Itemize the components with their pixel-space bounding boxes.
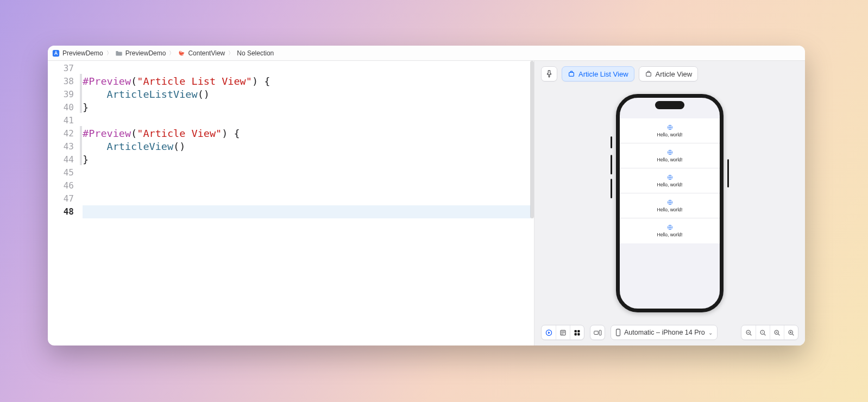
crumb-folder[interactable]: PreviewDemo bbox=[115, 49, 166, 57]
device-selector-label: Automatic – iPhone 14 Pro bbox=[624, 329, 705, 336]
crumb-selection[interactable]: No Selection bbox=[237, 49, 274, 57]
crumb-project-label: PreviewDemo bbox=[62, 49, 103, 57]
list-item-label: Hello, world! bbox=[657, 207, 683, 212]
variants-button[interactable] bbox=[570, 325, 584, 340]
globe-icon bbox=[667, 124, 673, 130]
list-item-label: Hello, world! bbox=[657, 232, 683, 237]
swift-file-icon bbox=[178, 49, 185, 57]
preview-canvas[interactable]: Hello, world!Hello, world!Hello, world!H… bbox=[534, 61, 805, 346]
preview-content: Hello, world!Hello, world!Hello, world!H… bbox=[620, 98, 720, 309]
globe-icon bbox=[667, 149, 673, 155]
crumb-selection-label: No Selection bbox=[237, 49, 274, 57]
pin-preview-button[interactable] bbox=[541, 66, 557, 81]
crumb-file[interactable]: ContentView bbox=[178, 49, 225, 57]
zoom-in-button[interactable] bbox=[784, 325, 798, 340]
list-item-label: Hello, world! bbox=[657, 132, 683, 137]
preview-tab[interactable]: Article List View bbox=[562, 66, 634, 81]
breadcrumb-separator: 〉 bbox=[228, 49, 234, 57]
svg-rect-2 bbox=[646, 72, 651, 76]
list-item[interactable]: Hello, world! bbox=[620, 168, 720, 193]
breadcrumb: PreviewDemo 〉 PreviewDemo 〉 ContentView … bbox=[48, 46, 805, 61]
crumb-folder-label: PreviewDemo bbox=[125, 49, 166, 57]
preview-toolbar: Automatic – iPhone 14 Pro ⌄ 1 bbox=[534, 325, 805, 340]
zoom-actual-button[interactable]: 1 bbox=[756, 325, 770, 340]
zoom-100-icon: 1 bbox=[759, 329, 766, 336]
folder-icon bbox=[115, 49, 123, 57]
svg-rect-16 bbox=[617, 329, 620, 336]
preview-tab-icon bbox=[645, 70, 652, 78]
selectable-preview-button[interactable] bbox=[556, 325, 570, 340]
list-item-label: Hello, world! bbox=[657, 182, 683, 187]
pin-icon bbox=[545, 70, 553, 78]
device-settings-icon bbox=[594, 329, 602, 336]
globe-icon bbox=[667, 174, 673, 180]
grid-icon bbox=[574, 329, 581, 336]
svg-rect-10 bbox=[575, 330, 577, 332]
svg-rect-11 bbox=[577, 330, 580, 332]
globe-icon bbox=[667, 224, 673, 230]
zoom-fit-icon bbox=[773, 329, 781, 336]
breadcrumb-separator: 〉 bbox=[169, 49, 174, 57]
list-item[interactable]: Hello, world! bbox=[620, 218, 720, 243]
zoom-fit-button[interactable] bbox=[770, 325, 784, 340]
crumb-file-label: ContentView bbox=[188, 49, 225, 57]
line-number-gutter: 373839404142434445464748 bbox=[48, 61, 79, 346]
preview-mode-group bbox=[541, 325, 584, 340]
svg-rect-15 bbox=[599, 330, 601, 335]
zoom-out-icon bbox=[745, 329, 752, 336]
list-item-label: Hello, world! bbox=[657, 157, 683, 162]
crumb-project[interactable]: PreviewDemo bbox=[52, 49, 103, 57]
svg-text:1: 1 bbox=[762, 331, 764, 334]
svg-rect-12 bbox=[575, 333, 577, 335]
code-editor[interactable]: 373839404142434445464748 #Preview("Artic… bbox=[48, 61, 534, 346]
preview-tab-label: Article List View bbox=[578, 70, 628, 78]
list-item[interactable]: Hello, world! bbox=[620, 143, 720, 168]
preview-tab-label: Article View bbox=[656, 70, 693, 78]
xcode-window: PreviewDemo 〉 PreviewDemo 〉 ContentView … bbox=[48, 46, 805, 346]
project-icon bbox=[52, 49, 60, 57]
device-selector[interactable]: Automatic – iPhone 14 Pro ⌄ bbox=[611, 325, 718, 340]
list-item[interactable]: Hello, world! bbox=[620, 118, 720, 143]
device-iphone-14-pro: Hello, world!Hello, world!Hello, world!H… bbox=[616, 94, 724, 312]
globe-icon bbox=[667, 199, 673, 205]
svg-rect-1 bbox=[569, 72, 574, 76]
zoom-in-icon bbox=[788, 329, 795, 336]
list-item[interactable]: Hello, world! bbox=[620, 193, 720, 218]
live-preview-button[interactable] bbox=[542, 325, 556, 340]
preview-tab-icon bbox=[568, 70, 575, 78]
preview-panel: Article List ViewArticle View Hello, wor… bbox=[534, 61, 805, 346]
chevron-down-icon: ⌄ bbox=[708, 330, 713, 336]
zoom-group: 1 bbox=[741, 325, 798, 340]
editor-scrollbar[interactable] bbox=[530, 61, 534, 218]
selectable-icon bbox=[559, 329, 567, 336]
play-icon bbox=[545, 329, 552, 336]
zoom-out-button[interactable] bbox=[741, 325, 756, 340]
dynamic-island bbox=[655, 101, 684, 109]
device-settings-button[interactable] bbox=[590, 325, 605, 340]
breadcrumb-separator: 〉 bbox=[106, 49, 112, 57]
preview-tab[interactable]: Article View bbox=[639, 66, 699, 81]
svg-rect-13 bbox=[577, 333, 580, 335]
preview-tab-bar: Article List ViewArticle View bbox=[534, 66, 805, 81]
iphone-icon bbox=[615, 329, 621, 336]
svg-rect-14 bbox=[594, 331, 598, 334]
code-area[interactable]: #Preview("Article List View") { ArticleL… bbox=[83, 61, 534, 346]
main-split: 373839404142434445464748 #Preview("Artic… bbox=[48, 61, 805, 346]
